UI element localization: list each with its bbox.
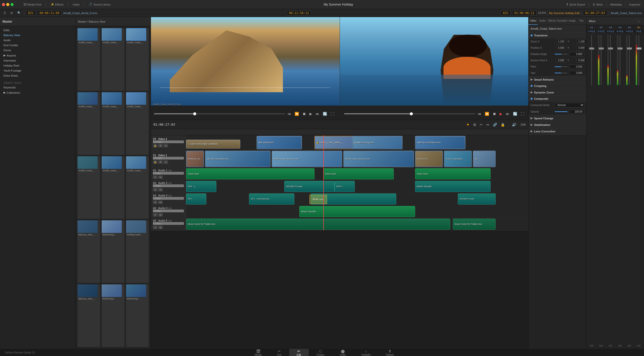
a3-crossfade[interactable]: Cross Fade (309, 195, 327, 204)
bin-item-interviews[interactable]: Interviews (2, 58, 74, 63)
selection-tool[interactable]: ▼ (465, 122, 471, 128)
a1-clip-vo2[interactable]: Voice Over (323, 168, 394, 179)
media-item[interactable]: Amalfi_Coast_... (77, 28, 100, 91)
media-item[interactable]: Holding hand... (126, 220, 149, 283)
a2-fader-handle[interactable] (599, 47, 604, 49)
bin-item-end-credits[interactable]: End Credits (2, 43, 74, 48)
program-progress-bar[interactable] (344, 113, 475, 114)
media-item[interactable]: behind big l... (126, 284, 149, 347)
m1-fader-handle[interactable] (636, 47, 641, 49)
v2-clip-mountains[interactable]: Lake by mountains.mov (415, 136, 465, 149)
bin-item-keywords[interactable]: Keywords (2, 85, 74, 90)
source-progress-bar[interactable] (154, 113, 285, 114)
a1-clip-vo1[interactable]: Voice Over (186, 168, 314, 179)
media-item[interactable]: Balcony_view_... (77, 284, 100, 347)
program-play-btn[interactable]: ▶ (499, 111, 503, 117)
v1-clip-lake-mountains[interactable]: lake and mountains.mov (205, 151, 270, 167)
timecode-duration[interactable]: 01:00:27:03 (583, 11, 607, 16)
bin-item-audio[interactable]: Audio (2, 38, 74, 43)
bin-item-holiday[interactable]: Holiday Reel (2, 63, 74, 68)
timecode-source[interactable]: 00:00:11:09 (37, 11, 62, 16)
tab-audio[interactable]: Audio (538, 17, 547, 25)
speed-change-header[interactable]: ▶ Speed Change (529, 115, 586, 121)
source-loop-btn[interactable]: 🔄 (322, 111, 328, 117)
quick-export-button[interactable]: ⬆ Quick Export (565, 2, 587, 7)
v1-mute-btn[interactable]: S (164, 160, 168, 164)
nav-edit[interactable]: ✏ Edit (289, 348, 309, 356)
program-next-btn[interactable]: ⏭ (505, 111, 510, 117)
rotation-slider[interactable] (555, 54, 568, 55)
nav-cut[interactable]: ✂ Cut (270, 348, 289, 356)
a3-mute-btn[interactable]: M (158, 200, 163, 204)
tab-transition[interactable]: Transition (556, 17, 568, 25)
v1-clip-aerial8[interactable]: Amalfi_Coast_Aerial_8.mov (343, 151, 414, 167)
inspector-button[interactable]: Inspector (628, 3, 642, 7)
media-item[interactable]: Balcony_view_... (77, 220, 100, 283)
tab-effects[interactable]: Effects (547, 17, 556, 25)
smart-reframe-header[interactable]: ▶ Smart Reframe (529, 76, 586, 83)
effects-button[interactable]: ✨ Effects (49, 2, 65, 7)
v1-clip-horse[interactable]: Horse on th... (415, 151, 443, 167)
mixer-button[interactable]: 🎚 Mixer (591, 3, 605, 7)
metadata-button[interactable]: Metadata (609, 3, 623, 7)
tab-image[interactable]: Image (568, 17, 577, 25)
a1-fader-handle[interactable] (589, 47, 594, 49)
composite-header[interactable]: Composite (529, 96, 586, 102)
index-button[interactable]: Index (71, 3, 81, 7)
a5-solo-btn[interactable]: S (153, 226, 157, 229)
bin-item-extra[interactable]: Extra Shots (2, 73, 74, 78)
media-pool-button[interactable]: 🎞 Media Pool (22, 3, 43, 7)
nav-fairlight[interactable]: ♪ Fairlight (354, 348, 378, 356)
media-item[interactable]: Amalfi_Coast_... (126, 156, 149, 219)
stabilization-header[interactable]: ▶ Stabilization (529, 122, 586, 128)
mixer-options-btn[interactable]: ··· (636, 18, 641, 24)
search-btn[interactable]: 🔍 (16, 11, 22, 15)
slip-tool[interactable]: ⇔ (485, 122, 490, 128)
razor-tool[interactable]: ✂ (479, 122, 484, 128)
program-fullscreen-btn[interactable]: ⛶ (520, 111, 525, 117)
a1-solo-btn[interactable]: S (153, 175, 157, 179)
link-toggle[interactable]: 🔗 (492, 122, 498, 128)
bin-item-balcony[interactable]: Balcony View (2, 33, 74, 38)
trim-tool[interactable]: ⊞ (472, 122, 477, 128)
a4-fader-handle[interactable] (618, 47, 623, 49)
source-prev-btn[interactable]: ⏮ (287, 111, 292, 117)
bin-item-drone[interactable]: Drone (2, 48, 74, 53)
media-item[interactable]: Amalfi_Coast_... (102, 28, 124, 91)
yaw-slider[interactable] (555, 73, 568, 73)
a5-fader-handle[interactable] (627, 47, 632, 49)
maximize-button[interactable] (11, 3, 14, 6)
media-item[interactable]: Amalfi_Coast_... (102, 156, 124, 219)
nav-fusion[interactable]: ⬡ Fusion (309, 348, 332, 356)
view-toggle[interactable]: ☰ (2, 11, 8, 15)
a4-clip-beach[interactable]: Beach Sounds (299, 206, 415, 217)
minimize-button[interactable] (6, 3, 9, 6)
nav-color[interactable]: ⬤ Color (332, 348, 353, 356)
media-item[interactable]: behind big l... (102, 284, 124, 347)
v2-mute-btn[interactable]: S (164, 144, 168, 147)
transform-header[interactable]: Transform (529, 32, 586, 38)
pitch-slider[interactable] (555, 66, 568, 67)
cropping-header[interactable]: Cropping (529, 83, 586, 89)
a3-fader-handle[interactable] (608, 47, 613, 49)
source-next-btn[interactable]: ⏭ (315, 111, 320, 117)
composite-mode-select[interactable]: Normal Multiply Screen Overlay (555, 103, 584, 108)
bin-item-airports[interactable]: ▶ Airports (2, 53, 74, 58)
source-fullscreen-btn[interactable]: ⛶ (330, 111, 335, 117)
v1-visible-btn[interactable]: 👁 (158, 160, 163, 164)
close-button[interactable] (2, 3, 5, 6)
bin-item-collections[interactable]: ▶ Collections (2, 90, 74, 95)
bin-item-yacht[interactable]: Yacht Footage (2, 68, 74, 73)
lens-correction-header[interactable]: ▶ Lens Correction (529, 128, 586, 134)
a2-clip-beach2[interactable]: Beach Sounds (415, 181, 491, 192)
a3-clip-sfx2[interactable]: SOUND FX.wav (458, 193, 496, 204)
program-prev-btn[interactable]: ⏮ (477, 111, 482, 117)
v1-clip-turtle[interactable]: Turtle_Underwater... (444, 151, 472, 167)
a3-solo-btn[interactable]: S (153, 200, 157, 204)
media-item[interactable]: Amalfi_Coast_... (126, 28, 149, 91)
a5-clip-music1[interactable]: Music Score for Trailer.mov (186, 219, 450, 229)
source-play-btn[interactable]: ▶ (308, 111, 313, 117)
timecode-main[interactable]: 00:11:58:12 (287, 11, 311, 16)
zoom-right[interactable]: 82% (501, 11, 511, 16)
tab-file[interactable]: File (577, 17, 586, 25)
